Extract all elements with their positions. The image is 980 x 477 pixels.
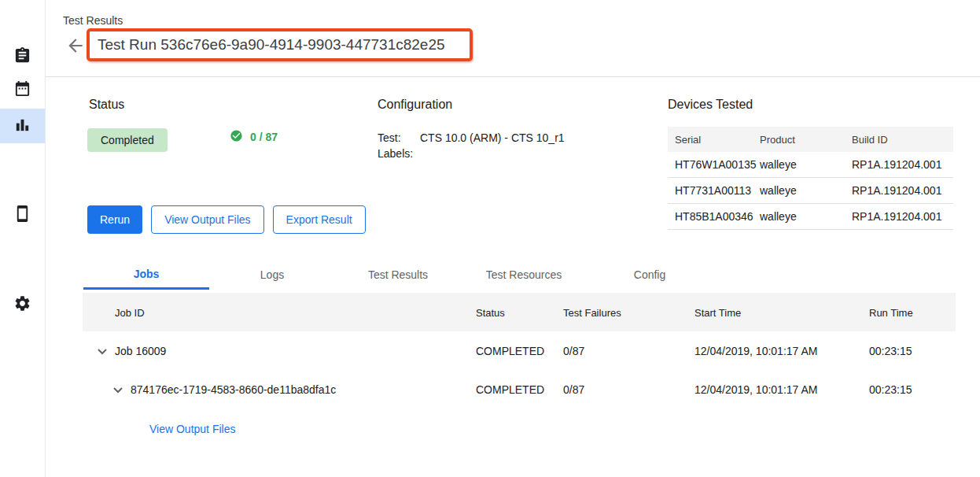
view-output-files-link[interactable]: View Output Files <box>149 423 235 435</box>
page-title: Test Run 536c76e6-9a90-4914-9903-447731c… <box>98 36 445 54</box>
devices-tested-table: Serial Product Build ID HT76W1A00135 wal… <box>668 127 953 230</box>
breadcrumb[interactable]: Test Results <box>63 14 123 27</box>
job-start: 12/04/2019, 10:01:17 AM <box>694 345 817 357</box>
devices-col-product: Product <box>760 134 852 146</box>
device-serial: HT76W1A00135 <box>668 158 760 171</box>
device-build: RP1A.191204.001 <box>852 158 946 171</box>
sidebar-item-tests[interactable] <box>0 39 45 74</box>
tab-test-results[interactable]: Test Results <box>335 260 461 290</box>
tab-logs[interactable]: Logs <box>209 260 335 290</box>
table-row[interactable]: Job 16009 COMPLETED 0/87 12/04/2019, 10:… <box>83 331 956 370</box>
settings-gear-icon <box>13 294 31 316</box>
tab-test-resources[interactable]: Test Resources <box>461 260 587 290</box>
jobs-col-status: Status <box>476 306 505 318</box>
jobs-table-header: Job ID Status Test Failures Start Time R… <box>83 293 956 331</box>
tab-bar: Jobs Logs Test Results Test Resources Co… <box>83 260 713 290</box>
chevron-down-icon[interactable] <box>109 380 127 399</box>
attempt-id: 874176ec-1719-4583-8660-de11ba8dfa1c <box>131 383 336 396</box>
table-row: HT76W1A00135 walleye RP1A.191204.001 <box>668 152 953 178</box>
action-buttons: Rerun View Output Files Export Result <box>87 205 366 234</box>
devices-col-serial: Serial <box>668 134 760 146</box>
sidebar-item-settings[interactable] <box>0 287 45 322</box>
header-divider <box>45 76 980 77</box>
test-pass-ratio: 0 / 87 <box>230 129 278 145</box>
assignment-icon <box>13 46 31 68</box>
smartphone-icon <box>13 205 31 226</box>
devices-col-buildid: Build ID <box>852 134 946 146</box>
attempt-failures: 0/87 <box>563 383 584 396</box>
title-highlight-box: Test Run 536c76e6-9a90-4914-9903-447731c… <box>87 28 473 61</box>
tab-config[interactable]: Config <box>587 260 713 290</box>
arrow-back-icon <box>65 45 86 58</box>
status-badge: Completed <box>87 128 168 152</box>
table-row[interactable]: 874176ec-1719-4583-8660-de11ba8dfa1c COM… <box>83 370 956 409</box>
device-serial: HT85B1A00346 <box>668 210 760 223</box>
device-serial: HT7731A00113 <box>668 184 760 197</box>
device-product: walleye <box>760 158 852 171</box>
table-row: HT7731A00113 walleye RP1A.191204.001 <box>668 178 953 204</box>
jobs-col-start: Start Time <box>694 306 741 318</box>
sidebar-item-devices[interactable] <box>0 198 45 232</box>
back-button[interactable] <box>65 35 86 56</box>
devices-table-header: Serial Product Build ID <box>668 127 953 152</box>
job-runtime: 00:23:15 <box>869 345 912 357</box>
config-labels-label: Labels: <box>378 146 420 161</box>
job-id: Job 16009 <box>115 345 166 357</box>
attempt-start: 12/04/2019, 10:01:17 AM <box>694 383 817 396</box>
check-circle-icon <box>230 129 243 145</box>
jobs-table: Job ID Status Test Failures Start Time R… <box>83 293 956 436</box>
attempt-status: COMPLETED <box>476 383 544 396</box>
attempt-runtime: 00:23:15 <box>869 383 912 396</box>
bar-chart-icon <box>13 116 31 137</box>
calendar-icon <box>13 80 31 101</box>
tab-jobs[interactable]: Jobs <box>83 260 209 290</box>
device-build: RP1A.191204.001 <box>852 184 946 197</box>
configuration-heading: Configuration <box>378 98 452 112</box>
chevron-down-icon[interactable] <box>93 342 112 361</box>
device-build: RP1A.191204.001 <box>852 210 946 223</box>
sidebar-item-plans[interactable] <box>0 72 45 107</box>
job-status: COMPLETED <box>476 345 544 357</box>
ratio-value: 0 / 87 <box>250 131 278 143</box>
configuration-details: Test: CTS 10.0 (ARM) - CTS 10_r1 Labels: <box>378 130 565 161</box>
job-failures: 0/87 <box>563 345 584 357</box>
devices-heading: Devices Tested <box>668 98 753 112</box>
sidebar-item-test-results[interactable] <box>0 109 45 143</box>
jobs-col-jobid: Job ID <box>115 306 145 318</box>
table-row: HT85B1A00346 walleye RP1A.191204.001 <box>668 204 953 230</box>
config-test-value: CTS 10.0 (ARM) - CTS 10_r1 <box>420 130 565 146</box>
jobs-col-runtime: Run Time <box>869 306 913 318</box>
export-result-button[interactable]: Export Result <box>273 205 366 234</box>
view-output-files-button[interactable]: View Output Files <box>151 205 263 234</box>
config-test-label: Test: <box>378 130 420 146</box>
jobs-col-failures: Test Failures <box>563 306 621 318</box>
device-product: walleye <box>760 184 852 197</box>
rerun-button[interactable]: Rerun <box>87 205 142 234</box>
status-heading: Status <box>89 98 124 112</box>
device-product: walleye <box>760 210 852 223</box>
sidebar <box>0 0 46 477</box>
